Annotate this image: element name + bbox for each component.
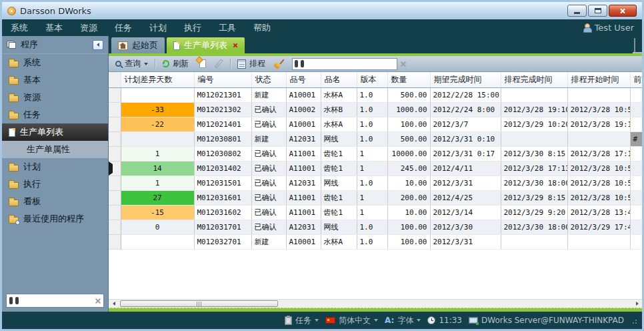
sidebar-search-clear-button[interactable] (95, 298, 101, 304)
resize-grip[interactable] (631, 318, 637, 324)
cell-version: 1.0 (357, 176, 387, 190)
edit-button[interactable] (211, 57, 226, 71)
clean-button[interactable] (271, 57, 287, 71)
cell-status: 新建 (251, 234, 286, 249)
close-button[interactable] (609, 5, 637, 17)
cell-sched_end: 2012/3/29 10:20 (501, 117, 567, 131)
table-row[interactable]: M012032701新建A10001水杯A1.0100.002012/3/31 (109, 234, 642, 249)
sidebar-item-2[interactable]: 资源 (2, 89, 108, 106)
cell-sched_start: 2012/3/28 10:52 (567, 176, 630, 190)
cell-status: 已确认 (251, 190, 286, 205)
sidebar-collapse-button[interactable] (93, 40, 103, 50)
cell-item_no: A10001 (286, 117, 321, 131)
minimize-button[interactable] (567, 5, 587, 17)
menu-item-3[interactable]: 任务 (106, 19, 141, 36)
column-header-extra[interactable]: 前置时间 (630, 72, 642, 87)
new-button[interactable] (194, 57, 209, 71)
cell-sched_start: 2012/3/28 13:40 (567, 205, 630, 220)
menu-item-7[interactable]: 帮助 (245, 19, 279, 36)
cell-version: 1.0 (357, 87, 387, 102)
sidebar-item-5[interactable]: 生产单属性 (2, 141, 108, 158)
menu-item-5[interactable]: 执行 (175, 19, 210, 36)
row-selector[interactable] (109, 117, 121, 131)
refresh-button[interactable]: 刷新 (159, 57, 191, 71)
sidebar-item-3[interactable]: 任务 (2, 106, 108, 123)
row-selector[interactable] (109, 205, 121, 220)
cell-item_name: 水杯B (321, 102, 357, 117)
language-menu[interactable]: 简体中文 (325, 315, 378, 326)
row-selector[interactable] (109, 190, 121, 205)
table-row[interactable]: -15M012031602已确认A11001齿轮1110.002012/3/14… (109, 205, 642, 220)
row-selector[interactable] (109, 234, 121, 249)
row-selector[interactable] (109, 176, 121, 190)
row-selector[interactable] (109, 87, 121, 102)
column-header-item_name[interactable]: 品名 (321, 72, 357, 87)
menu-item-6[interactable]: 工具 (210, 19, 245, 36)
row-selector[interactable] (109, 161, 121, 176)
sidebar-item-4[interactable]: 生产单列表 (2, 123, 108, 141)
china-flag-icon (325, 317, 335, 324)
close-tab-button[interactable] (233, 43, 238, 48)
horizontal-scrollbar[interactable] (109, 299, 642, 308)
cell-extra (630, 205, 642, 220)
sidebar-item-label: 计划 (23, 161, 41, 173)
row-selector[interactable] (109, 146, 121, 161)
scroll-left-button[interactable] (109, 300, 119, 308)
table-row[interactable]: 0M012031701已确认A12031网线1.0100.002012/3/30… (109, 220, 642, 234)
cell-extra (630, 146, 642, 161)
cell-qty: 200.00 (387, 190, 430, 205)
cell-expect: 2012/3/31 0:17 (430, 146, 501, 161)
sidebar-item-0[interactable]: 系统 (2, 54, 108, 71)
sidebar-item-8[interactable]: 看板 (2, 193, 108, 210)
table-header-row: 计划差异天数编号状态品号品名版本数量期望完成时间排程完成时间排程开始时间前置时间 (109, 72, 642, 87)
table-row[interactable]: 1M012030802已确认A11001齿轮1110000.002012/3/3… (109, 146, 642, 161)
maximize-button[interactable] (588, 5, 607, 17)
row-selector[interactable] (109, 220, 121, 234)
table-row[interactable]: M012021301新建A10001水杯A1.0500.002012/2/28 … (109, 87, 642, 102)
sidebar-item-1[interactable]: 基本 (2, 71, 108, 89)
menu-item-4[interactable]: 计划 (141, 19, 175, 36)
row-selector[interactable] (109, 102, 121, 117)
cell-qty: 1000.00 (387, 102, 430, 117)
sidebar-search-input[interactable] (21, 296, 92, 306)
column-header-sched_end[interactable]: 排程完成时间 (501, 72, 567, 87)
table-row[interactable]: 1M012031501已确认A12031网线1.010.002012/3/312… (109, 176, 642, 190)
task-menu[interactable]: 任务 (285, 315, 319, 326)
query-button[interactable]: 查询 (113, 57, 151, 71)
font-menu[interactable]: A: 字体 (385, 315, 421, 326)
table-row[interactable]: 14M012031402已确认A11001齿轮11245.002012/4/11… (109, 161, 642, 176)
scrollbar-thumb[interactable] (120, 300, 278, 307)
sidebar-item-6[interactable]: 计划 (2, 158, 108, 176)
menu-item-2[interactable]: 资源 (71, 19, 106, 36)
cell-sched_end: 2012/3/29 9:20 (501, 205, 567, 220)
table-row[interactable]: M012030801新建A12031网线1.0500.002012/3/31 0… (109, 131, 642, 146)
column-header-qty[interactable]: 数量 (387, 72, 430, 87)
row-selector[interactable] (109, 131, 121, 146)
column-header-sched_start[interactable]: 排程开始时间 (567, 72, 630, 87)
sidebar-item-9[interactable]: 最近使用的程序 (2, 210, 108, 228)
table-row[interactable]: -33M012021302已确认A10002水杯B1.01000.002012/… (109, 102, 642, 117)
sidebar-item-7[interactable]: 执行 (2, 176, 108, 193)
column-header-expect[interactable]: 期望完成时间 (430, 72, 501, 87)
cell-sched_start (567, 131, 630, 146)
toolbar-search-clear-button[interactable] (400, 61, 406, 67)
column-header-diff[interactable]: 计划差异天数 (121, 72, 194, 87)
tab-0[interactable]: 起始页 (111, 37, 165, 53)
column-header-status[interactable]: 状态 (251, 72, 286, 87)
scroll-right-button[interactable] (632, 300, 642, 308)
table-row[interactable]: 27M012031601已确认A11001齿轮11200.002012/4/25… (109, 190, 642, 205)
table-row[interactable]: -22M012021401已确认A10001水杯A1.0100.002012/3… (109, 117, 642, 131)
sidebar-item-label: 资源 (23, 91, 41, 103)
menu-item-1[interactable]: 基本 (37, 19, 71, 36)
column-header-item_no[interactable]: 品号 (286, 72, 321, 87)
menu-item-0[interactable]: 系统 (2, 19, 37, 36)
folder-icon (9, 61, 19, 67)
cell-status: 新建 (251, 87, 286, 102)
toolbar-search-input[interactable] (306, 59, 395, 69)
current-user[interactable]: Test User (583, 23, 642, 33)
tab-1[interactable]: 生产单列表 (167, 37, 245, 53)
schedule-button[interactable]: 排程 (235, 57, 268, 71)
column-header-code[interactable]: 编号 (194, 72, 251, 87)
column-header-version[interactable]: 版本 (357, 72, 387, 87)
pin-button[interactable] (634, 39, 635, 51)
